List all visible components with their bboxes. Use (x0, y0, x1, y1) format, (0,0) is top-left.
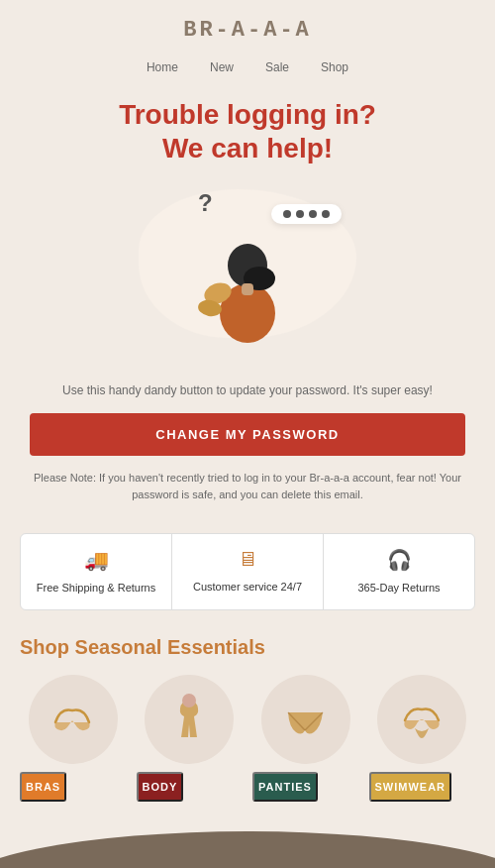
shop-item-swimwear: SWIMWEAR (369, 675, 476, 802)
note-text: Please Note: If you haven't recently tri… (30, 470, 465, 502)
wave-separator (0, 831, 495, 868)
nav-shop[interactable]: Shop (321, 60, 348, 74)
shop-item-bras: BRAS (20, 675, 127, 802)
person-illustration (188, 194, 307, 343)
shop-title: Shop Seasonal Essentials (20, 636, 475, 659)
svg-rect-5 (242, 283, 253, 295)
swimwear-button[interactable]: SWIMWEAR (369, 772, 452, 802)
header: BR-A-A-A (0, 0, 495, 53)
bras-button[interactable]: BRAS (20, 772, 66, 802)
features-section: 🚚 Free Shipping & Returns 🖥 Customer ser… (20, 533, 475, 610)
hero-section: Trouble logging in? We can help! ? (0, 88, 495, 367)
feature-returns: 🎧 365-Day Returns (324, 534, 474, 609)
nav-home[interactable]: Home (147, 60, 178, 74)
shop-section: Shop Seasonal Essentials BRAS (0, 626, 495, 831)
logo: BR-A-A-A (20, 18, 475, 43)
swimwear-illustration (395, 693, 449, 747)
svg-point-6 (182, 694, 196, 707)
panties-illustration (278, 693, 333, 747)
nav-sale[interactable]: Sale (265, 60, 289, 74)
swimwear-image-circle (377, 675, 466, 764)
body-button[interactable]: BODY (137, 772, 184, 802)
customer-service-label: Customer service 24/7 (193, 581, 302, 593)
feature-customer-service: 🖥 Customer service 24/7 (172, 534, 324, 609)
shop-item-body: BODY (137, 675, 244, 802)
panties-image-circle (261, 675, 350, 764)
description-text: Use this handy dandy button to update yo… (30, 381, 465, 399)
feature-shipping: 🚚 Free Shipping & Returns (21, 534, 172, 609)
hero-title: Trouble logging in? We can help! (30, 98, 465, 164)
shop-grid: BRAS BODY (20, 675, 475, 802)
returns-icon: 🎧 (332, 548, 466, 572)
shipping-label: Free Shipping & Returns (37, 582, 155, 594)
panties-button[interactable]: PANTIES (252, 772, 318, 802)
nav-new[interactable]: New (210, 60, 234, 74)
bras-image-circle (29, 675, 118, 764)
body-section: Use this handy dandy button to update yo… (0, 367, 495, 517)
shop-item-panties: PANTIES (252, 675, 359, 802)
hero-illustration: ? (139, 184, 356, 343)
shipping-icon: 🚚 (29, 548, 163, 572)
customer-service-icon: 🖥 (180, 548, 315, 571)
body-illustration (162, 693, 217, 747)
bras-illustration (46, 693, 100, 747)
body-image-circle (145, 675, 234, 764)
change-password-button[interactable]: CHANGE MY PASSWORD (30, 413, 465, 456)
navigation: Home New Sale Shop (0, 53, 495, 88)
returns-label: 365-Day Returns (357, 582, 440, 594)
